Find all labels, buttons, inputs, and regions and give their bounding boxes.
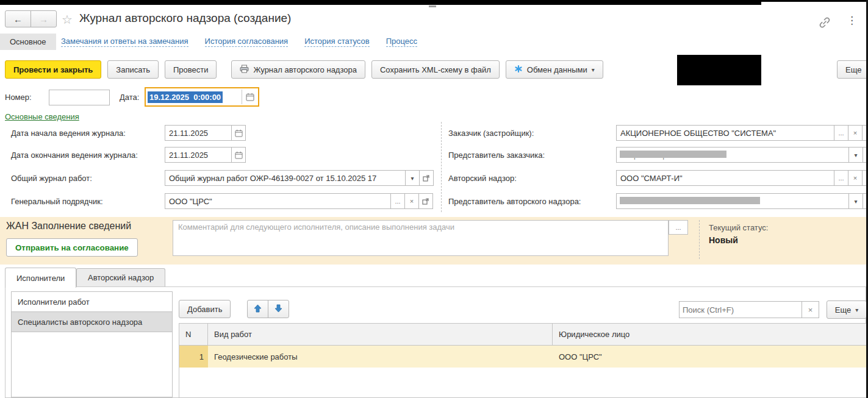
field-label: Представитель авторского надзора: [448, 197, 616, 206]
dropdown-button[interactable]: ▾ [848, 193, 863, 209]
search-input[interactable] [679, 301, 802, 318]
col-header-work-type[interactable]: Вид работ [208, 324, 553, 345]
calendar-icon[interactable] [242, 89, 258, 105]
general-work-journal-input[interactable]: Общий журнал работ ОЖР-46139-0027 от 15.… [165, 170, 406, 186]
customer-representative-input[interactable]: Петров Петр [616, 147, 849, 163]
field-row-author-supervision: Авторский надзор: ООО "СМАРТ-И" ... × [448, 169, 868, 187]
field-label: Заказчик (застройщик): [448, 129, 616, 138]
move-down-button[interactable] [268, 300, 289, 318]
nav-link-approval-history[interactable]: История согласования [205, 37, 289, 47]
calendar-icon[interactable] [231, 147, 246, 163]
general-contractor-input[interactable]: ООО "ЦРС" [165, 193, 391, 209]
redacted-top-bar-thin [761, 0, 868, 2]
supervision-representative-input[interactable] [616, 193, 849, 209]
tab-executors[interactable]: Исполнители [5, 268, 76, 288]
save-xml-button[interactable]: Сохранить XML-схему в файл [371, 60, 500, 79]
chevron-down-icon: ▾ [411, 175, 414, 182]
post-button[interactable]: Провести [165, 60, 217, 79]
col-header-legal-entity[interactable]: Юридическое лицо [553, 324, 866, 345]
toolbar: Провести и закрыть Записать Провести Жур… [5, 60, 603, 79]
field-label: Дата окончания ведения журнала: [11, 151, 165, 160]
column-divider [441, 122, 442, 212]
select-button[interactable]: ... [834, 170, 848, 186]
dropdown-button[interactable]: ▾ [848, 147, 863, 163]
open-button[interactable] [419, 170, 434, 186]
nav-link-status-history[interactable]: История статусов [304, 37, 370, 47]
field-label: Дата начала ведения журнала: [11, 129, 165, 138]
redaction-bar [620, 197, 760, 204]
table-header: N Вид работ Юридическое лицо [179, 324, 866, 346]
author-supervision-input[interactable]: ООО "СМАРТ-И" [616, 170, 834, 186]
tab-author-supervision[interactable]: Авторский надзор [76, 268, 165, 286]
table-row[interactable]: 1 Геодезические работы ООО "ЦРС" [179, 346, 866, 368]
favorite-star-icon[interactable]: ☆ [62, 12, 73, 27]
redaction-bar [620, 151, 726, 158]
back-button[interactable]: ← [5, 10, 31, 27]
post-and-close-button[interactable]: Провести и закрыть [5, 60, 101, 79]
send-for-approval-button[interactable]: Отправить на согласование [6, 238, 138, 257]
print-journal-button[interactable]: Журнал авторского надзора [231, 60, 365, 79]
col-header-n[interactable]: N [179, 324, 208, 345]
nav-links: Замечания и ответы на замечания История … [61, 34, 417, 50]
search-clear-button[interactable]: × [802, 301, 819, 318]
field-row-supervision-representative: Представитель авторского надзора: ▾ [448, 193, 868, 210]
field-row-general-contractor: Генеральный подрядчик: ООО "ЦРС" ... × [11, 193, 433, 210]
data-exchange-icon [514, 65, 523, 75]
field-label: Авторский надзор: [448, 174, 616, 183]
move-up-button[interactable] [247, 300, 268, 318]
date-value-selected: 19.12.2025 0:00:00 [148, 91, 223, 103]
number-label: Номер: [5, 93, 32, 102]
redacted-toolbar-area [677, 55, 761, 85]
comment-expand-button[interactable]: ... [669, 220, 688, 235]
history-nav: ← → [5, 10, 57, 27]
current-status-value: Новый [709, 235, 738, 245]
task-title: ЖАН Заполнение сведений [6, 221, 131, 232]
subtab-work-executors[interactable]: Исполнители работ [11, 291, 173, 312]
open-button[interactable] [418, 193, 433, 209]
chevron-down-icon: ▾ [854, 198, 857, 205]
clear-button[interactable]: × [848, 170, 863, 186]
forward-icon: → [39, 14, 48, 24]
date-input[interactable]: 19.12.2025 0:00:00 [145, 87, 259, 107]
field-label: Генеральный подрядчик: [11, 197, 165, 206]
journal-start-date-input[interactable]: 21.11.2025 [165, 125, 232, 141]
printer-icon [240, 65, 249, 75]
redacted-top-bar [0, 0, 761, 5]
move-row-buttons [247, 300, 289, 318]
journal-end-date-input[interactable]: 21.11.2025 [165, 147, 232, 163]
comment-textarea[interactable] [173, 220, 669, 256]
select-button[interactable]: ... [390, 193, 405, 209]
get-link-icon[interactable] [818, 16, 831, 31]
date-label: Дата: [120, 93, 139, 102]
executors-table: N Вид работ Юридическое лицо 1 Геодезиче… [179, 323, 867, 398]
calendar-icon[interactable] [231, 125, 246, 141]
customer-input[interactable]: АКЦИОНЕРНОЕ ОБЩЕСТВО "СИСТЕМА" [616, 125, 834, 141]
subtab-supervision-specialists[interactable]: Специалисты авторского надзора [11, 311, 173, 332]
main-info-group-link[interactable]: Основные сведения [5, 112, 79, 121]
toolbar-more-button[interactable]: Еще [837, 60, 868, 79]
top-dash-artifact [429, 5, 436, 7]
field-label: Общий журнал работ: [11, 174, 165, 183]
nav-tab-main[interactable]: Основное [0, 34, 56, 50]
grid-more-button[interactable]: Еще ▾ [827, 300, 867, 319]
clear-button[interactable]: × [404, 193, 419, 209]
add-row-button[interactable]: Добавить [179, 300, 231, 318]
subtab-body [11, 332, 173, 397]
dropdown-button[interactable]: ▾ [405, 170, 420, 186]
select-button[interactable]: ... [834, 125, 848, 141]
arrow-up-icon [254, 304, 262, 314]
data-exchange-button[interactable]: Обмен данными ▾ [506, 60, 603, 79]
forward-button[interactable]: → [30, 10, 57, 27]
nav-link-process[interactable]: Процесс [386, 37, 417, 47]
band-divider [699, 220, 700, 259]
current-status-label: Текущий статус: [709, 223, 768, 232]
number-input[interactable] [49, 90, 110, 105]
more-menu-icon[interactable]: ⋮ [847, 14, 858, 27]
nav-link-remarks[interactable]: Замечания и ответы на замечания [61, 37, 188, 47]
save-button[interactable]: Записать [107, 60, 159, 79]
field-label: Представитель заказчика: [448, 151, 616, 160]
app-window: ← → ☆ Журнал авторского надзора (создани… [0, 0, 868, 398]
chevron-down-icon: ▾ [855, 307, 858, 313]
arrow-down-icon [274, 304, 282, 314]
clear-button[interactable]: × [848, 125, 863, 141]
